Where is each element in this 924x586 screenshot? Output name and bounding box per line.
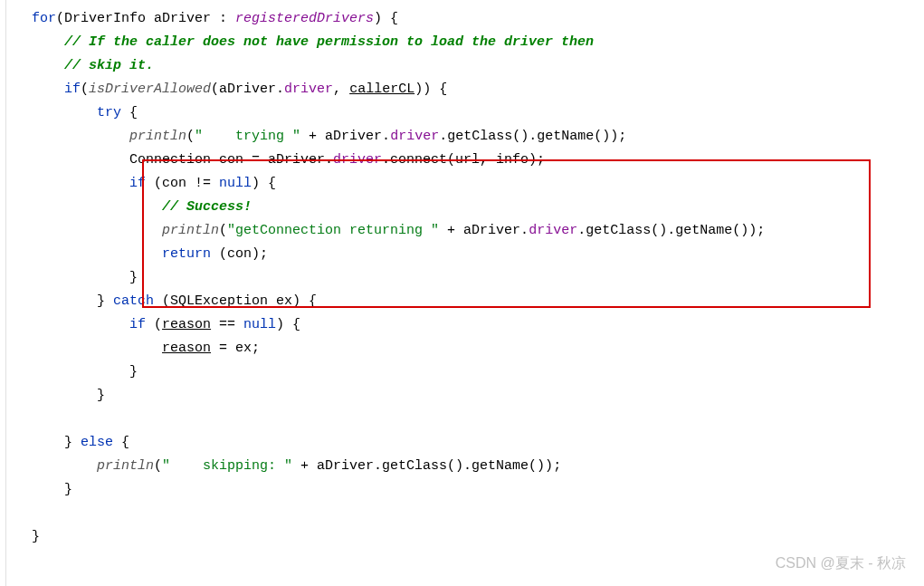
field-driver: driver xyxy=(333,152,382,168)
t: ( xyxy=(154,458,162,474)
t: (aDriver. xyxy=(211,82,284,97)
t: { xyxy=(121,105,138,120)
t: } xyxy=(64,435,81,450)
t: + aDriver. xyxy=(300,129,390,144)
t: ) { xyxy=(276,317,300,332)
t: (con != xyxy=(146,176,219,191)
kw-if: if xyxy=(64,82,81,97)
t: ) { xyxy=(252,176,276,191)
brace: } xyxy=(129,270,138,285)
kw-null: null xyxy=(243,317,276,332)
code-block: for(DriverInfo aDriver : registeredDrive… xyxy=(5,0,924,586)
kw-else: else xyxy=(81,435,113,450)
brace: } xyxy=(129,364,138,379)
t: .connect(url, info); xyxy=(382,152,545,168)
t: == xyxy=(211,317,243,332)
t: (DriverInfo aDriver : xyxy=(56,11,235,26)
t: ( xyxy=(186,129,195,144)
t: )) { xyxy=(414,82,447,97)
method-println: println xyxy=(162,223,219,238)
comment: // Success! xyxy=(162,199,252,215)
t: (con); xyxy=(211,246,268,262)
t: , xyxy=(333,82,349,97)
t: { xyxy=(113,435,129,450)
t: ( xyxy=(219,223,227,238)
comment: // skip it. xyxy=(64,58,154,73)
code-pre: for(DriverInfo aDriver : registeredDrive… xyxy=(6,7,924,549)
t: .getClass().getName()); xyxy=(577,223,765,238)
t: = ex; xyxy=(211,341,260,356)
t: ( xyxy=(81,82,89,97)
t: Connection con = aDriver. xyxy=(129,152,333,168)
kw-catch: catch xyxy=(113,293,154,309)
kw-try: try xyxy=(97,105,121,120)
var-reason: reason xyxy=(162,341,211,356)
t: + aDriver. xyxy=(439,223,529,238)
t: ( xyxy=(146,317,162,332)
var-callerCL: callerCL xyxy=(349,82,414,97)
kw-null: null xyxy=(219,176,252,191)
t: ) { xyxy=(374,11,398,26)
string: "getConnection returning " xyxy=(227,223,439,238)
t: + aDriver.getClass().getName()); xyxy=(292,458,561,474)
field-driver: driver xyxy=(284,82,333,97)
field-driver: driver xyxy=(390,129,439,144)
kw-return: return xyxy=(162,246,211,262)
var-reason: reason xyxy=(162,317,211,332)
kw-for: for xyxy=(32,11,56,26)
string: " trying " xyxy=(195,129,300,144)
kw-if: if xyxy=(129,317,146,332)
method-println: println xyxy=(129,129,186,144)
string: " skipping: " xyxy=(162,458,292,474)
comment: // If the caller does not have permissio… xyxy=(64,34,594,50)
brace: } xyxy=(64,482,72,497)
t: (SQLException ex) { xyxy=(154,293,317,309)
method-println: println xyxy=(97,458,154,474)
method-isDriverAllowed: isDriverAllowed xyxy=(89,82,211,97)
kw-if: if xyxy=(129,176,146,191)
t: .getClass().getName()); xyxy=(439,129,626,144)
field-registeredDrivers: registeredDrivers xyxy=(235,11,374,26)
field-driver: driver xyxy=(529,223,577,238)
t: } xyxy=(97,293,113,309)
brace: } xyxy=(97,388,105,403)
brace: } xyxy=(32,529,40,544)
